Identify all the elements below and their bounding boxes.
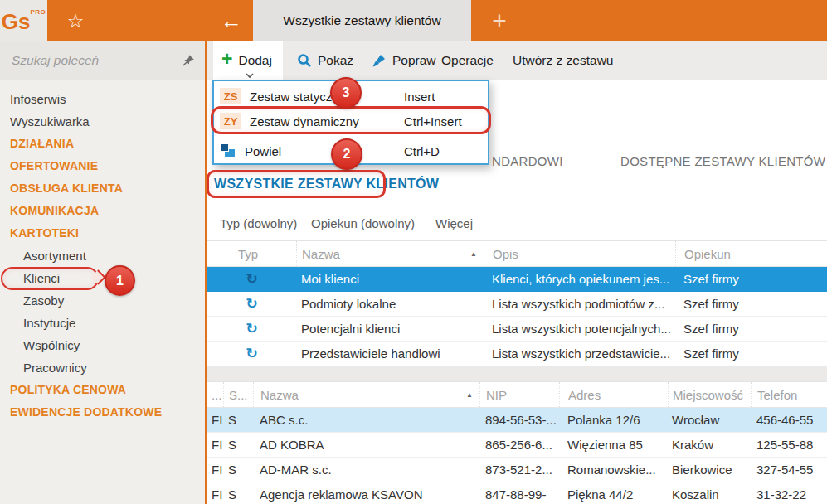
set-name: Przedstawiciele handlowi xyxy=(296,346,484,361)
edit-button[interactable]: Popraw xyxy=(363,41,445,80)
show-button[interactable]: Pokaż xyxy=(289,41,362,80)
back-button[interactable]: ← xyxy=(212,0,251,41)
col-header-nazwa[interactable]: Nazwa▲ xyxy=(253,382,479,407)
filter-more[interactable]: Więcej xyxy=(435,207,473,240)
show-button-label: Pokaż xyxy=(318,53,353,68)
col-header-nip[interactable]: NIP xyxy=(479,382,559,407)
client-name: AD-MAR s.c. xyxy=(253,463,479,477)
client-city: Bierkowice xyxy=(668,463,751,477)
client-status: S xyxy=(223,413,253,427)
clients-table-header: ... S... Nazwa▲ NIP Adres Miejscowość Te… xyxy=(207,381,827,408)
col-header-opiekun[interactable]: Opiekun xyxy=(675,241,827,266)
table-row[interactable]: ↻ Przedstawiciele handlowi Lista wszystk… xyxy=(207,342,827,366)
sidebar-item-ewidencje-dodatkowe[interactable]: EWIDENCJE DODATKOWE xyxy=(0,401,205,424)
module-tab-label: Wszystkie zestawy klientów xyxy=(283,13,440,28)
operations-button-label: Operacje xyxy=(441,53,494,68)
table-row[interactable]: FI S AD-MAR s.c. 873-521-2... Romanowski… xyxy=(207,458,827,482)
command-search-placeholder: Szukaj poleceń xyxy=(12,53,182,68)
favorites-button[interactable]: ☆ xyxy=(56,0,95,41)
create-from-set-button[interactable]: Utwórz z zestawu xyxy=(504,41,621,80)
client-phone: 327-54-55 xyxy=(751,463,827,477)
client-address: Więzienna 85 xyxy=(559,438,668,452)
col-header-nazwa[interactable]: Nazwa▲ xyxy=(296,241,484,266)
pin-icon[interactable] xyxy=(182,54,195,67)
sidebar-item-pracownicy[interactable]: Pracownicy xyxy=(0,356,205,379)
client-address: Piękna 44/2 xyxy=(559,487,668,502)
sidebar-item-dzialania[interactable]: DZIAŁANIA xyxy=(0,133,205,155)
client-name: ABC s.c. xyxy=(253,413,479,427)
add-button-label: Dodaj xyxy=(238,53,272,68)
back-arrow-icon: ← xyxy=(221,8,242,34)
dynamic-set-icon: ↻ xyxy=(207,320,296,337)
col-header-opis[interactable]: Opis xyxy=(484,241,675,266)
chevron-down-icon xyxy=(245,73,255,79)
annotation-step-1: 1 xyxy=(105,265,135,296)
filter-type[interactable]: Typ (dowolny) xyxy=(220,207,297,240)
sidebar-item-obsluga-klienta[interactable]: OBSŁUGA KLIENTA xyxy=(0,177,205,200)
sidebar-item-komunikacja[interactable]: KOMUNIKACJA xyxy=(0,200,205,222)
sidebar-item-ofertowanie[interactable]: OFERTOWANIE xyxy=(0,155,205,177)
col-header-adres[interactable]: Adres xyxy=(559,382,668,407)
table-row[interactable]: ↻ Moi klienci Klienci, których opiekunem… xyxy=(207,267,827,292)
annotation-step-2: 2 xyxy=(331,138,362,170)
filter-bar: Typ (dowolny) Opiekun (dowolny) Więcej xyxy=(207,207,827,240)
sidebar-item-infoserwis[interactable]: Infoserwis xyxy=(0,88,205,110)
sidebar-item-wspolnicy[interactable]: Wspólnicy xyxy=(0,334,205,356)
menu-item-shortcut: Insert xyxy=(404,90,435,104)
col-header-telefon[interactable]: Telefon xyxy=(751,382,827,407)
set-desc: Lista wszystkich przedstawicie... xyxy=(484,346,675,361)
create-from-set-label: Utwórz z zestawu xyxy=(513,53,613,68)
dynamic-set-icon: ↻ xyxy=(207,345,296,362)
command-search[interactable]: Szukaj poleceń xyxy=(0,41,205,80)
client-name: AD KOBRA xyxy=(253,438,479,452)
client-city: Kraków xyxy=(668,438,751,452)
sidebar-item-kartoteki[interactable]: KARTOTEKI xyxy=(0,222,205,245)
table-row[interactable]: FI S Agencja reklamowa KSAVON 847-88-99-… xyxy=(207,482,827,504)
col-header-dots[interactable]: ... xyxy=(207,382,223,407)
client-type: FI xyxy=(207,487,223,502)
table-row[interactable]: FI S ABC s.c. 894-56-53-... Polanka 12/6… xyxy=(207,408,827,433)
toolbar: + Dodaj Pokaż Popraw Operacje Utwórz z z… xyxy=(207,41,827,80)
client-type: FI xyxy=(207,463,223,477)
client-city: Koszalin xyxy=(668,487,751,502)
annotation-box-heading xyxy=(207,170,386,198)
set-desc: Klienci, których opiekunem jes... xyxy=(484,272,675,286)
client-address: Romanowskie... xyxy=(559,463,668,477)
table-row[interactable]: FI S AD KOBRA 865-256-6... Więzienna 85 … xyxy=(207,433,827,458)
set-owner: Szef firmy xyxy=(675,297,827,311)
client-status: S xyxy=(223,438,253,452)
new-tab-button[interactable]: + xyxy=(479,0,519,41)
client-nip: 894-56-53-... xyxy=(479,413,559,427)
annotation-step-3: 3 xyxy=(330,77,362,109)
filter-owner[interactable]: Opiekun (dowolny) xyxy=(311,207,415,240)
active-module-tab[interactable]: Wszystkie zestawy klientów xyxy=(253,0,471,41)
view-tab-standardowi-partial[interactable]: NDARDOWI xyxy=(492,154,563,168)
client-type: FI xyxy=(207,413,223,427)
sidebar-item-wyszukiwarka[interactable]: Wyszukiwarka xyxy=(0,110,205,133)
sidebar-item-polityka-cenowa[interactable]: POLITYKA CENOWA xyxy=(0,379,205,401)
table-gap xyxy=(207,366,827,381)
dynamic-set-icon: ↻ xyxy=(207,270,296,288)
plus-icon: + xyxy=(492,7,507,35)
client-nip: 873-521-2... xyxy=(479,463,559,477)
app-logo[interactable]: GsPRO xyxy=(0,0,47,41)
table-row[interactable]: ↻ Podmioty lokalne Lista wszystkich podm… xyxy=(207,292,827,317)
col-header-miejscowosc[interactable]: Miejscowość xyxy=(668,382,751,407)
operations-button[interactable]: Operacje xyxy=(433,41,502,80)
sidebar-item-asortyment[interactable]: Asortyment xyxy=(0,245,205,267)
sets-table-header: Typ Nazwa▲ Opis Opiekun xyxy=(207,240,827,267)
copy-icon xyxy=(221,144,236,158)
set-owner: Szef firmy xyxy=(675,272,827,286)
col-header-s[interactable]: S... xyxy=(223,382,253,407)
col-header-typ[interactable]: Typ xyxy=(207,241,296,266)
app-logo-text: GsPRO xyxy=(2,9,46,32)
set-owner: Szef firmy xyxy=(675,322,827,336)
star-icon: ☆ xyxy=(67,10,85,32)
sort-asc-icon: ▲ xyxy=(470,250,477,258)
add-button[interactable]: + Dodaj xyxy=(213,41,283,80)
sidebar-item-instytucje[interactable]: Instytucje xyxy=(0,312,205,334)
sidebar-item-zasoby[interactable]: Zasoby xyxy=(0,289,205,312)
client-phone: 31-32-22 xyxy=(751,487,827,502)
view-tab-dostepne-zestawy[interactable]: DOSTĘPNE ZESTAWY KLIENTÓW xyxy=(620,154,825,168)
table-row[interactable]: ↻ Potencjalni klienci Lista wszystkich p… xyxy=(207,317,827,342)
